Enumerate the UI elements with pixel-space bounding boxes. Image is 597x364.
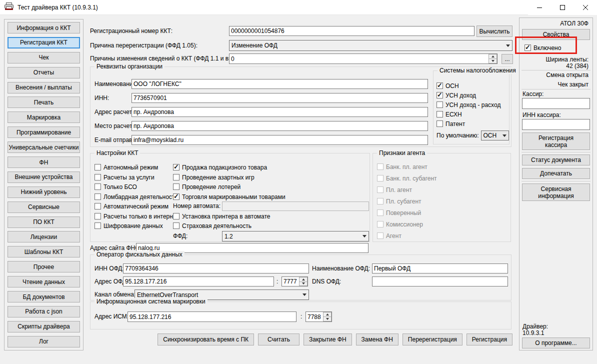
kkt-checkbox-pawnshop[interactable]: Ломбардная деятельность xyxy=(94,193,178,200)
checkbox-label: ОСН xyxy=(446,82,459,90)
print-more-button[interactable]: Допечатать xyxy=(522,168,590,179)
kkt-checkbox-lottery[interactable]: Проведение лотерей xyxy=(173,183,240,190)
service-info-button[interactable]: Сервисная информация xyxy=(522,184,590,201)
ofd-port-spinner[interactable] xyxy=(282,276,308,286)
spin-down-icon[interactable] xyxy=(299,282,308,286)
rereg-reason-select[interactable]: Изменение ОФД xyxy=(229,40,512,51)
rereg-button[interactable]: Перерегистрация xyxy=(402,334,462,346)
sidebar-item-deposits-payouts[interactable]: Внесения / выплаты xyxy=(8,82,80,94)
tax-checkbox-eshn[interactable]: ЕСХН xyxy=(436,110,462,118)
spin-down-icon[interactable] xyxy=(323,317,332,322)
more-options-button[interactable]: ... xyxy=(502,54,513,64)
cashier-inn-label: ИНН кассира: xyxy=(522,112,561,118)
sidebar-item-low-level[interactable]: Нижний уровень xyxy=(8,186,80,198)
sidebar-item-universal-counters[interactable]: Универсальные счетчики xyxy=(8,142,80,153)
ism-port-input[interactable] xyxy=(306,312,323,322)
sidebar-item-reports[interactable]: Отчеты xyxy=(8,67,80,78)
minimize-icon[interactable] xyxy=(528,0,551,15)
kkt-checkbox-gambling[interactable]: Проведение азартных игр xyxy=(173,174,254,181)
ofd-dns-label: DNS ОФД: xyxy=(312,276,341,286)
checkbox-icon xyxy=(94,184,101,190)
kkt-checkbox-autonomous[interactable]: Автономный режим xyxy=(94,164,158,171)
ffd-select[interactable]: 1.2 xyxy=(222,231,369,242)
tax-checkbox-usn-income-expense[interactable]: УСН доход - расход xyxy=(436,101,500,108)
ism-port-spinner[interactable] xyxy=(306,312,332,322)
checkbox-icon xyxy=(94,194,101,200)
sidebar-item-kkt-templates[interactable]: Шаблоны ККТ xyxy=(8,246,80,258)
kkt-checkbox-insurance[interactable]: Страховая деятельность xyxy=(173,222,252,230)
close-icon[interactable] xyxy=(574,0,597,15)
kkt-checkbox-marked-goods[interactable]: Торговля маркированными товарами xyxy=(173,193,286,200)
ofd-dns-input[interactable] xyxy=(372,276,508,286)
maximize-icon[interactable] xyxy=(551,0,574,15)
org-place-input[interactable] xyxy=(132,121,428,131)
sidebar-item-service[interactable]: Сервисные xyxy=(8,202,80,213)
change-reasons-input[interactable] xyxy=(230,54,488,64)
ofd-address-input[interactable] xyxy=(123,276,274,286)
org-email-input[interactable] xyxy=(132,135,428,145)
document-status-button[interactable]: Статус документа xyxy=(522,154,590,166)
sidebar-item-other[interactable]: Прочее xyxy=(8,261,80,272)
ism-fieldset-title: Информационная система маркировки xyxy=(94,298,208,305)
kkt-checkbox-services[interactable]: Расчеты за услуги xyxy=(94,174,154,181)
tax-default-select[interactable]: ОСН xyxy=(481,130,509,140)
register-button[interactable]: Регистрация xyxy=(466,334,512,346)
ofd-port-input[interactable] xyxy=(282,277,299,286)
kkt-settings-title: Настройки ККТ xyxy=(94,150,140,156)
calculate-button[interactable]: Вычислить xyxy=(476,26,512,37)
cashier-inn-input[interactable] xyxy=(522,119,590,130)
spin-down-icon[interactable] xyxy=(488,59,497,64)
sidebar-item-licenses[interactable]: Лицензии xyxy=(8,231,80,242)
tax-checkbox-osn[interactable]: ОСН xyxy=(436,82,459,90)
checkbox-label: Только БСО xyxy=(104,184,137,190)
tax-checkbox-patent[interactable]: Патент xyxy=(436,120,465,128)
org-inn-label: ИНН: xyxy=(94,93,109,103)
change-reasons-spinner[interactable] xyxy=(229,54,498,64)
kkt-checkbox-excise[interactable]: Продажа подакцизного товара xyxy=(173,164,267,171)
sidebar-item-driver-scripts[interactable]: Скрипты драйвера xyxy=(8,321,80,332)
ofd-name-input[interactable] xyxy=(372,264,508,274)
checkbox-label: Банк. пл. агент xyxy=(386,164,428,170)
sidebar-item-data-reading[interactable]: Чтение данных xyxy=(8,276,80,288)
sidebar-item-log[interactable]: Лог xyxy=(8,336,80,348)
sidebar-item-kkt-registration[interactable]: Регистрация ККТ xyxy=(8,37,80,48)
read-button[interactable]: Считать xyxy=(258,334,300,346)
sidebar-item-receipt[interactable]: Чек xyxy=(8,52,80,64)
close-fn-button[interactable]: Закрытие ФН xyxy=(304,334,352,346)
sidebar-item-marking[interactable]: Маркировка xyxy=(8,112,80,123)
tax-checkbox-usn-income[interactable]: УСН доход xyxy=(436,92,476,99)
replace-fn-button[interactable]: Замена ФН xyxy=(356,334,398,346)
ism-address-input[interactable] xyxy=(128,312,296,322)
cashier-input[interactable] xyxy=(522,98,590,109)
sidebar-item-programming[interactable]: Программирование xyxy=(8,126,80,138)
ofd-channel-value: EthernetOverTransport xyxy=(137,292,300,298)
agent-checkbox-attorney: Поверенный xyxy=(377,209,421,216)
receipt-status: Чек закрыт xyxy=(558,82,588,88)
checkbox-icon xyxy=(377,175,384,182)
about-button[interactable]: О программе... xyxy=(522,338,590,348)
sidebar-item-kkt-software[interactable]: ПО ККТ xyxy=(8,216,80,228)
sync-time-button[interactable]: Синхронизировать время с ПК xyxy=(158,334,254,346)
kkt-checkbox-internet-only[interactable]: Расчеты только в интернет xyxy=(94,212,179,220)
ofd-inn-input[interactable] xyxy=(123,264,309,274)
spin-up-icon[interactable] xyxy=(299,277,308,282)
org-address-input[interactable] xyxy=(132,107,428,117)
kkt-checkbox-printer-in-automat[interactable]: Установка принтера в автомате xyxy=(173,212,270,220)
spin-up-icon[interactable] xyxy=(323,312,332,317)
sidebar-item-external-devices[interactable]: Внешние устройства xyxy=(8,172,80,183)
sidebar-item-kkt-info[interactable]: Информация о ККТ xyxy=(8,22,80,34)
spin-up-icon[interactable] xyxy=(488,54,497,59)
sidebar-item-print[interactable]: Печать xyxy=(8,96,80,108)
sidebar-item-documents-db[interactable]: БД документов xyxy=(8,291,80,302)
sidebar-item-fn[interactable]: ФН xyxy=(8,156,80,168)
checkbox-label: ЕСХН xyxy=(446,111,462,118)
kkt-checkbox-bso-only[interactable]: Только БСО xyxy=(94,183,137,190)
register-cashier-button[interactable]: Регистрация кассира xyxy=(522,132,590,150)
checkbox-icon xyxy=(173,213,180,220)
sidebar-item-json-work[interactable]: Работа с json xyxy=(8,306,80,318)
kkt-checkbox-encryption[interactable]: Шифрование данных xyxy=(94,222,163,230)
reg-number-input[interactable] xyxy=(229,26,474,36)
org-name-input[interactable] xyxy=(132,79,428,89)
kkt-checkbox-automatic[interactable]: Автоматический режим xyxy=(94,202,168,210)
org-inn-input[interactable] xyxy=(132,93,428,103)
